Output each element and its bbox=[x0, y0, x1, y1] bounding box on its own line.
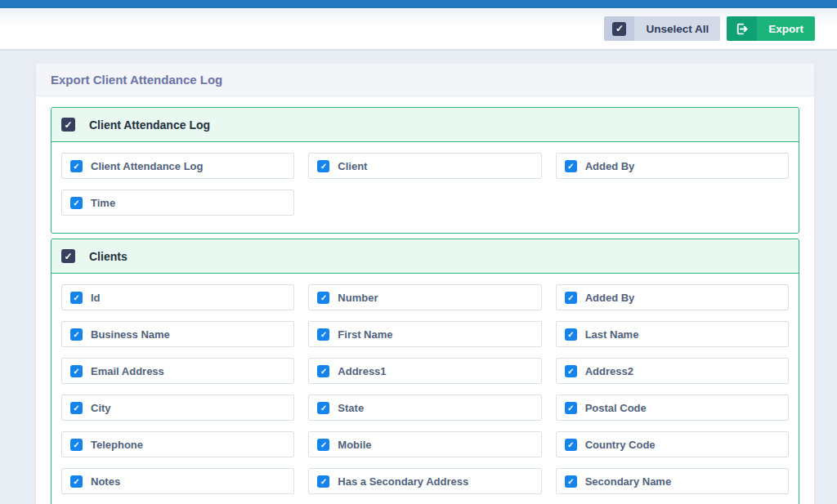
section-header[interactable]: Clients bbox=[51, 239, 799, 274]
field-label: Added By bbox=[585, 160, 635, 172]
field-checkbox-item[interactable]: Client bbox=[308, 153, 541, 179]
field-label: Has a Secondary Address bbox=[338, 475, 468, 488]
field-checkbox-item[interactable]: Last Name bbox=[556, 321, 789, 347]
page-content: Export Client Attendance Log Client Atte… bbox=[0, 49, 837, 504]
field-checkbox-checked-icon[interactable] bbox=[565, 365, 577, 377]
field-checkbox-checked-icon[interactable] bbox=[70, 365, 83, 377]
toolbar: Unselect All Export bbox=[0, 8, 837, 49]
field-checkbox-checked-icon[interactable] bbox=[70, 160, 83, 172]
field-label: Client bbox=[338, 160, 367, 172]
field-checkbox-item[interactable]: State bbox=[308, 395, 541, 421]
field-label: Added By bbox=[585, 292, 635, 304]
field-checkbox-item[interactable]: Mobile bbox=[308, 431, 541, 457]
section: Clients Id Number Added By Business Name… bbox=[51, 239, 799, 504]
section-title: Clients bbox=[89, 250, 128, 263]
field-checkbox-item[interactable]: Id bbox=[61, 284, 294, 310]
field-checkbox-checked-icon[interactable] bbox=[565, 292, 577, 304]
field-checkbox-item[interactable]: Has a Secondary Address bbox=[308, 468, 541, 494]
section-checkbox-checked-icon[interactable] bbox=[61, 249, 75, 263]
field-label: Notes bbox=[91, 475, 120, 488]
section-checkbox-checked-icon[interactable] bbox=[61, 118, 75, 132]
field-label: Business Name bbox=[91, 328, 170, 341]
section-title: Client Attendance Log bbox=[89, 118, 210, 132]
sections: Client Attendance Log Client Attendance … bbox=[36, 96, 814, 504]
field-label: Mobile bbox=[338, 439, 371, 451]
field-label: Address1 bbox=[338, 365, 386, 377]
field-checkbox-item[interactable]: First Name bbox=[308, 321, 541, 347]
field-checkbox-item[interactable]: Time bbox=[61, 190, 294, 216]
field-label: Country Code bbox=[585, 439, 656, 451]
field-checkbox-checked-icon[interactable] bbox=[565, 402, 577, 414]
field-checkbox-checked-icon[interactable] bbox=[565, 439, 577, 451]
field-label: First Name bbox=[338, 328, 392, 341]
field-checkbox-checked-icon[interactable] bbox=[70, 402, 83, 414]
field-checkbox-item[interactable]: City bbox=[61, 395, 294, 421]
field-checkbox-item[interactable]: Number bbox=[308, 284, 541, 310]
field-label: Email Address bbox=[91, 365, 164, 377]
field-checkbox-item[interactable]: Secondary Name bbox=[556, 468, 789, 494]
field-checkbox-checked-icon[interactable] bbox=[565, 160, 577, 172]
field-checkbox-checked-icon[interactable] bbox=[317, 475, 329, 488]
export-icon bbox=[727, 16, 757, 41]
field-label: Number bbox=[338, 292, 378, 304]
field-checkbox-item[interactable]: Telephone bbox=[61, 431, 294, 457]
section-header[interactable]: Client Attendance Log bbox=[51, 108, 799, 142]
field-checkbox-item[interactable]: Client Attendance Log bbox=[61, 153, 294, 179]
field-checkbox-checked-icon[interactable] bbox=[565, 475, 577, 488]
field-checkbox-item[interactable]: Postal Code bbox=[556, 395, 789, 421]
field-checkbox-checked-icon[interactable] bbox=[565, 328, 577, 341]
field-checkbox-checked-icon[interactable] bbox=[317, 292, 329, 304]
field-checkbox-item[interactable]: Email Address bbox=[61, 358, 294, 384]
unselect-all-button[interactable]: Unselect All bbox=[604, 16, 720, 41]
card-header: Export Client Attendance Log bbox=[36, 64, 814, 96]
field-checkbox-checked-icon[interactable] bbox=[317, 439, 329, 451]
unselect-all-label: Unselect All bbox=[634, 16, 720, 41]
section-body: Id Number Added By Business Name First N… bbox=[51, 274, 799, 504]
field-checkbox-item[interactable]: Added By bbox=[556, 284, 789, 310]
export-card: Export Client Attendance Log Client Atte… bbox=[36, 64, 814, 504]
field-checkbox-checked-icon[interactable] bbox=[317, 365, 329, 377]
checkbox-checked-icon bbox=[604, 16, 634, 41]
field-label: State bbox=[338, 402, 364, 414]
page-title: Export Client Attendance Log bbox=[51, 73, 799, 87]
field-label: Id bbox=[91, 292, 101, 304]
field-label: City bbox=[91, 402, 111, 414]
section: Client Attendance Log Client Attendance … bbox=[51, 107, 799, 234]
field-checkbox-item[interactable]: Address2 bbox=[556, 358, 789, 384]
field-checkbox-checked-icon[interactable] bbox=[70, 197, 83, 209]
top-accent-bar bbox=[0, 0, 837, 8]
field-label: Secondary Name bbox=[585, 475, 672, 488]
field-label: Last Name bbox=[585, 328, 639, 341]
field-checkbox-item[interactable]: Country Code bbox=[556, 431, 789, 457]
field-label: Time bbox=[91, 197, 115, 209]
field-checkbox-checked-icon[interactable] bbox=[70, 439, 83, 451]
field-checkbox-checked-icon[interactable] bbox=[317, 328, 329, 341]
field-checkbox-checked-icon[interactable] bbox=[70, 475, 83, 488]
field-checkbox-item[interactable]: Notes bbox=[61, 468, 294, 494]
field-label: Telephone bbox=[91, 439, 143, 451]
export-button[interactable]: Export bbox=[727, 16, 815, 41]
field-label: Client Attendance Log bbox=[91, 160, 203, 172]
field-checkbox-checked-icon[interactable] bbox=[317, 402, 329, 414]
field-checkbox-checked-icon[interactable] bbox=[70, 292, 83, 304]
field-checkbox-item[interactable]: Added By bbox=[556, 153, 789, 179]
field-label: Address2 bbox=[585, 365, 633, 377]
field-checkbox-checked-icon[interactable] bbox=[317, 160, 329, 172]
field-label: Postal Code bbox=[585, 402, 647, 414]
field-checkbox-checked-icon[interactable] bbox=[70, 328, 83, 341]
export-label: Export bbox=[757, 16, 815, 41]
field-checkbox-item[interactable]: Business Name bbox=[61, 321, 294, 347]
field-checkbox-item[interactable]: Address1 bbox=[308, 358, 541, 384]
section-body: Client Attendance Log Client Added By Ti… bbox=[51, 142, 799, 233]
